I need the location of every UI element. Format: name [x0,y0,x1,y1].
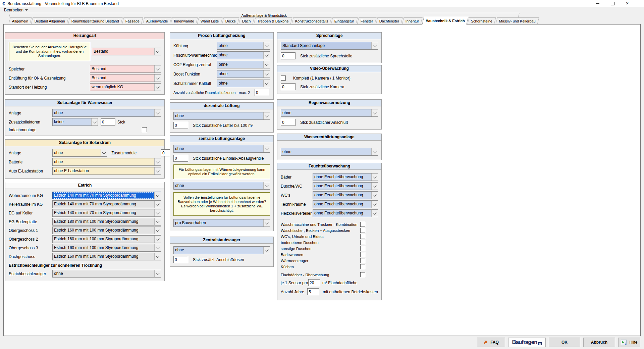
feuchte-select[interactable]: ohne Feuchteüberwachung [313,200,378,208]
section-title: dezentrale Lüftung [170,103,273,109]
feuchte-select[interactable]: ohne Feuchteüberwachung [313,182,378,190]
tab[interactable]: Dachfenster [376,17,403,24]
feuchte-checkbox[interactable] [360,252,365,257]
field-select[interactable]: Bestand [90,65,161,73]
sensor-flaeche-input[interactable] [308,279,320,286]
estrich-select[interactable]: Estrich 140 mm mit 70 mm Styropordämmung [52,209,161,217]
hilfe-button[interactable]: ? Hilfe [618,338,640,347]
erdkollektor-select[interactable]: ohne [173,182,270,190]
zentral-count-input[interactable] [173,155,188,162]
raumkaltluftzonen-input[interactable] [255,89,269,96]
feuchte-checkbox[interactable] [360,264,365,269]
tab[interactable]: Decke [222,17,239,24]
menu-bearbeiten[interactable]: Bearbeiten [3,8,29,12]
tab[interactable]: Fenster [357,17,376,24]
zentral-select[interactable]: ohne [173,145,270,153]
tab[interactable]: Raumklassifizierung Bestand [68,17,123,24]
tab-label: Außenwände [146,19,168,23]
anlage-select[interactable]: ohne [52,149,107,157]
sprechanlage-section: Sprechanlage Standard Sprechanlage Stck … [277,32,382,63]
field-label: Bäder [281,175,313,180]
field-select[interactable]: ohne [217,80,270,87]
field-select[interactable]: ohne [217,42,270,50]
estrichbeschleuniger-select[interactable]: ohne [52,270,161,278]
anzahl-jahre-input[interactable] [307,288,319,295]
select-value: ohne Feuchteüberwachung [313,173,371,181]
komplett-checkbox[interactable] [281,76,286,81]
select-value: Estrich 140 mm mit 70 mm Styropordämmung [53,201,154,208]
field-select[interactable]: Bestand [90,74,161,82]
indachmontage-checkbox[interactable] [142,127,147,132]
feuchte-checkbox[interactable] [360,246,365,251]
tab[interactable]: Massiv- und Kellerbau [495,17,539,24]
estrich-select[interactable]: Estrich 160 mm mit 100 mm Styropordämmun… [52,244,161,252]
tab[interactable]: Dach [239,17,255,24]
regenwasser-select[interactable]: ohne [281,109,378,117]
tab[interactable]: Fassade [122,17,143,24]
field-label: EG auf Keller [9,211,52,215]
dezentral-count-input[interactable] [173,122,188,129]
maximize-button[interactable] [605,0,620,7]
feuchte-checkbox[interactable] [360,272,365,277]
estrich-select[interactable]: Estrich 160 mm mit 100 mm Styropordämmun… [52,253,161,260]
anlage-select[interactable]: ohne [52,109,161,117]
tab[interactable]: Innenwände [171,17,198,24]
minimize-button[interactable] [590,0,605,7]
feuchte-select[interactable]: ohne Feuchteüberwachung [313,209,378,217]
sprechanlage-select[interactable]: Standard Sprechanlage [281,42,378,50]
abbruch-button[interactable]: Abbruch [583,338,615,347]
tab[interactable]: Schornsteine [468,17,496,24]
estrich-select[interactable]: Estrich 140 mm mit 70 mm Styropordämmung [52,192,161,199]
tab[interactable]: Allgemein [9,17,32,24]
feuchte-checkbox[interactable] [360,234,365,239]
estrich-select[interactable]: Estrich 160 mm mit 100 mm Styropordämmun… [52,235,161,243]
tab[interactable]: Eingangstür [331,17,358,24]
feuchte-checkbox[interactable] [360,258,365,263]
tab-label: Innenwände [174,19,194,23]
staubsauger-count-input[interactable] [173,256,188,263]
anschluss-count-input[interactable] [281,119,296,126]
feuchte-checkbox[interactable] [360,240,365,245]
tab[interactable]: Wand Liste [197,17,223,24]
feuchte-select[interactable]: ohne Feuchteüberwachung [313,191,378,199]
dezentral-select[interactable]: ohne [173,112,270,120]
estrich-select[interactable]: Estrich 140 mm mit 70 mm Styropordämmung [52,200,161,208]
field-label: Kühlung [173,44,217,48]
estrich-select[interactable]: Estrich 180 mm mit 100 mm Styropordämmun… [52,218,161,226]
sprechstelle-count-input[interactable] [281,52,296,59]
tab[interactable]: Haustechnik & Estrich [422,17,469,24]
feuchte-select[interactable]: ohne Feuchteüberwachung [313,173,378,181]
heizungsart-select[interactable]: Bestand [92,48,161,55]
select-value: ohne [217,61,263,68]
feuchte-checkbox[interactable] [360,222,365,227]
tab[interactable]: Treppen & Balkone [254,17,292,24]
ok-button[interactable]: OK [549,338,580,347]
chevron-down-icon [101,149,107,156]
count-label: Stck zusätzliche Lüfter bis 100 m² [193,123,253,128]
zusatzkollektoren-count-input[interactable] [101,118,115,126]
form-row: ohne [173,112,270,120]
zusatzkollektoren-select[interactable]: keine [52,118,98,126]
feuchte-checkbox[interactable] [360,228,365,233]
wasserenthaertung-select[interactable]: ohne [281,148,378,156]
tab[interactable]: Innentür [402,17,423,24]
field-select[interactable]: ohne [217,51,270,59]
faq-button[interactable]: FAQ [477,338,505,347]
ladestation-select[interactable]: ohne E-Ladestation [52,167,161,175]
kamera-count-input[interactable] [281,83,296,90]
staubsauger-select[interactable]: ohne [173,246,270,254]
tab[interactable]: Bestand Allgemein [31,17,69,24]
solar-warmwasser-section: Solaranlage für Warmwasser Anlage ohne Z… [5,99,165,136]
chevron-down-icon [154,227,161,234]
field-select[interactable]: wenn möglich KG [90,83,161,91]
estrich-select[interactable]: Estrich 160 mm mit 100 mm Styropordämmun… [52,227,161,234]
field-select[interactable]: ohne [217,61,270,68]
field-select[interactable]: ohne [217,70,270,78]
tab[interactable]: Außenwände [143,17,171,24]
berechnungsmodus-select[interactable]: pro Bauvorhaben [173,219,270,227]
batterie-select[interactable]: ohne [52,158,161,166]
column-middle: Proxon Lüftungsheizung Kühlung ohne [170,32,274,270]
tab[interactable]: Konstruktionsdetails [291,17,331,24]
baufragen-logo-button[interactable]: Baufragen de [508,338,546,347]
close-button[interactable]: ✕ [620,0,635,7]
